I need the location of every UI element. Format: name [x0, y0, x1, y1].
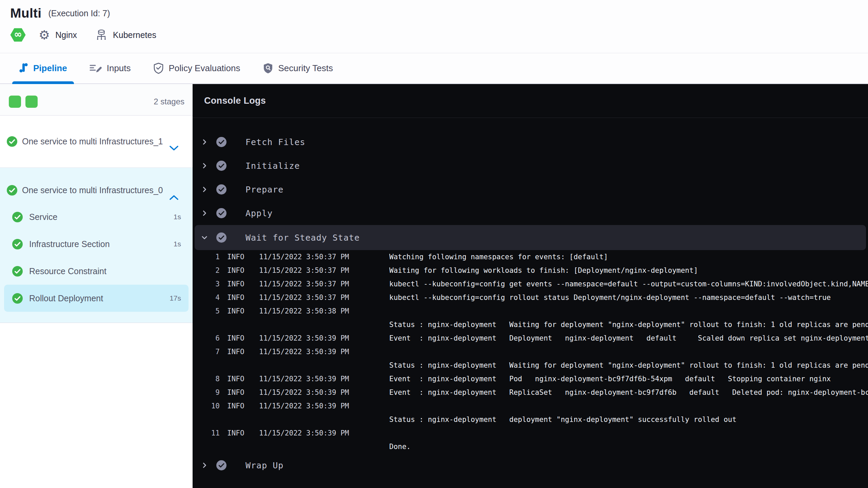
inputs-icon [90, 63, 102, 74]
log-message: Watching following namespaces for events… [389, 250, 868, 264]
success-check-icon [12, 212, 23, 222]
log-timestamp [259, 359, 389, 372]
console-step-apply[interactable]: Apply [193, 201, 868, 225]
execution-id: (Execution Id: 7) [48, 8, 110, 18]
log-message: Status : nginx-deployment Waiting for de… [389, 318, 868, 331]
log-message: Done. [389, 440, 868, 453]
console-step-wait-for-steady-state[interactable]: Wait for Steady State [195, 225, 866, 250]
infrastructure-name[interactable]: Kubernetes [113, 30, 156, 40]
step-success-icon [216, 184, 226, 195]
log-line: Status : nginx-deployment deployment "ng… [193, 413, 868, 426]
stage-item-one-service-to-multi-infrastructures-0[interactable]: One service to multi Infrastructures_0 S… [0, 168, 193, 323]
harness-cd-icon: ∞ [10, 28, 26, 42]
chevron-down-icon[interactable] [169, 145, 179, 151]
console-step-label: Fetch Files [245, 137, 305, 147]
tab-pipeline[interactable]: Pipeline [12, 53, 74, 83]
log-timestamp [259, 440, 389, 453]
step-name: Infrastructure Section [29, 239, 110, 249]
step-row-service[interactable]: Service 1s [4, 203, 189, 230]
log-timestamp: 11/15/2022 3:50:39 PM [259, 426, 389, 440]
tab-label: Pipeline [33, 63, 67, 74]
tab-policy-evaluations[interactable]: Policy Evaluations [146, 53, 247, 83]
log-lines: 1INFO11/15/2022 3:50:37 PMWatching follo… [193, 250, 868, 453]
log-level [227, 359, 248, 372]
console-step-label: Wrap Up [245, 461, 283, 470]
log-timestamp: 11/15/2022 3:50:37 PM [259, 277, 389, 291]
log-line-number [193, 359, 220, 372]
step-success-icon [216, 460, 226, 470]
stage-count: 2 stages [154, 97, 184, 106]
log-line: 6INFO11/15/2022 3:50:39 PMEvent : nginx-… [193, 331, 868, 345]
tab-security-tests[interactable]: Security Tests [256, 53, 340, 83]
log-message [389, 399, 868, 413]
chevron-right-icon[interactable] [201, 186, 210, 193]
step-row-resource-constraint[interactable]: Resource Constraint [4, 258, 189, 285]
log-timestamp [259, 413, 389, 426]
log-timestamp [259, 318, 389, 331]
console-step-fetch-files[interactable]: Fetch Files [193, 130, 868, 154]
log-message: Status : nginx-deployment Waiting for de… [389, 359, 868, 372]
log-line: 7INFO11/15/2022 3:50:39 PM [193, 345, 868, 359]
log-timestamp: 11/15/2022 3:50:37 PM [259, 250, 389, 264]
log-line: 10INFO11/15/2022 3:50:39 PM [193, 399, 868, 413]
chevron-right-icon[interactable] [201, 138, 210, 146]
step-success-icon [216, 161, 226, 171]
service-name[interactable]: Nginx [55, 30, 77, 40]
log-message [389, 304, 868, 318]
chevron-down-icon[interactable] [201, 234, 210, 241]
console-body[interactable]: Fetch Files Initialize Prepare Apply Wai… [193, 118, 868, 488]
step-success-icon [216, 208, 226, 218]
chevron-up-icon[interactable] [169, 194, 179, 201]
service-infra-row: ∞ ⚙ Nginx Kubernetes [10, 27, 868, 43]
step-name: Resource Constraint [29, 266, 106, 276]
log-line-number: 5 [193, 304, 220, 318]
step-row-rollout-deployment[interactable]: Rollout Deployment 17s [4, 285, 189, 312]
console-header: Console Logs [193, 84, 868, 118]
log-timestamp: 11/15/2022 3:50:37 PM [259, 264, 389, 277]
tab-inputs[interactable]: Inputs [83, 53, 138, 83]
log-level: INFO [227, 250, 248, 264]
pipeline-icon [19, 62, 28, 74]
log-line-number: 8 [193, 372, 220, 386]
chevron-right-icon[interactable] [201, 162, 210, 169]
chevron-right-icon[interactable] [201, 209, 210, 217]
log-message: kubectl --kubeconfig=config get events -… [389, 277, 868, 291]
log-line-number: 10 [193, 399, 220, 413]
console-step-label: Prepare [245, 185, 283, 195]
log-line-number: 6 [193, 331, 220, 345]
log-message [389, 426, 868, 440]
tab-label: Policy Evaluations [169, 63, 240, 74]
stages-sidebar: 2 stages One service to multi Infrastruc… [0, 84, 193, 488]
log-timestamp: 11/15/2022 3:50:39 PM [259, 386, 389, 399]
tab-label: Security Tests [278, 63, 333, 74]
log-level: INFO [227, 345, 248, 359]
security-tests-icon [263, 62, 273, 74]
kubernetes-icon [95, 28, 107, 41]
log-line-number [193, 440, 220, 453]
success-check-icon [7, 136, 17, 147]
console-step-prepare[interactable]: Prepare [193, 178, 868, 201]
log-level: INFO [227, 386, 248, 399]
chevron-right-icon[interactable] [201, 462, 210, 469]
log-level: INFO [227, 399, 248, 413]
step-duration: 1s [174, 213, 181, 221]
log-level: INFO [227, 264, 248, 277]
console-step-wrap-up[interactable]: Wrap Up [193, 453, 868, 477]
log-line-number: 2 [193, 264, 220, 277]
log-timestamp: 11/15/2022 3:50:39 PM [259, 372, 389, 386]
console-logs-panel: Console Logs Fetch Files Initialize Prep… [193, 84, 868, 488]
stages-summary: 2 stages [0, 84, 193, 116]
step-row-infrastructure-section[interactable]: Infrastructure Section 1s [4, 230, 189, 258]
stage-head[interactable]: One service to multi Infrastructures_0 [0, 184, 193, 197]
console-step-label: Initialize [245, 161, 300, 171]
stage-item-one-service-to-multi-infrastructures-1[interactable]: One service to multi Infrastructures_1 [0, 116, 193, 168]
step-duration: 17s [170, 294, 181, 302]
log-level [227, 318, 248, 331]
log-level: INFO [227, 291, 248, 304]
console-step-initialize[interactable]: Initialize [193, 154, 868, 178]
log-level: INFO [227, 331, 248, 345]
stage-status-square [25, 96, 38, 108]
step-name: Rollout Deployment [29, 293, 103, 303]
log-line: 4INFO11/15/2022 3:50:37 PMkubectl --kube… [193, 291, 868, 304]
log-line-number: 1 [193, 250, 220, 264]
